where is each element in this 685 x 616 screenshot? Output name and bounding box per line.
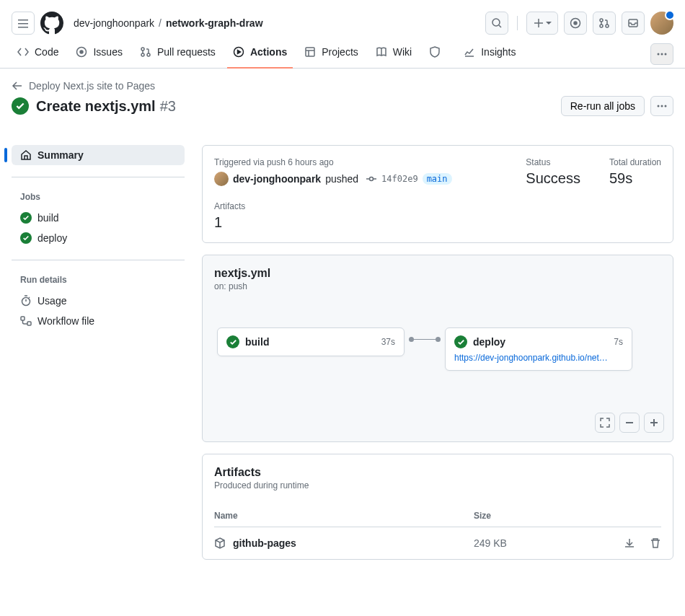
sidebar-job-label: build: [37, 212, 59, 224]
sidebar-job-build[interactable]: build: [12, 208, 185, 228]
artifact-name-link[interactable]: github-pages: [233, 537, 296, 549]
run-actions-menu-button[interactable]: [650, 96, 673, 116]
fullscreen-icon: [600, 418, 610, 428]
repo-tabs: Code Issues Pull requests Actions Projec…: [0, 40, 685, 69]
top-bar: dev-jonghoonpark / network-graph-draw: [0, 0, 685, 40]
minus-icon: [624, 418, 635, 428]
job-connector: [412, 339, 438, 340]
code-icon: [17, 46, 29, 58]
git-commit-icon: [366, 173, 377, 185]
workflow-trigger-label: on: push: [214, 281, 661, 291]
branch-badge[interactable]: main: [423, 173, 452, 185]
pushed-text: pushed: [325, 173, 358, 185]
svg-point-16: [658, 105, 660, 107]
status-success-icon: [12, 97, 29, 115]
summary-panel: Triggered via push 6 hours ago dev-jongh…: [202, 145, 673, 243]
svg-rect-23: [626, 422, 633, 423]
artifacts-title: Artifacts: [214, 466, 661, 479]
graph-icon: [464, 46, 475, 58]
tab-actions-label: Actions: [250, 46, 287, 58]
tab-pulls-label: Pull requests: [157, 46, 216, 58]
book-icon: [376, 46, 387, 58]
artifacts-label: Artifacts: [214, 201, 661, 211]
issues-button[interactable]: [564, 12, 587, 35]
breadcrumb: dev-jonghoonpark / network-graph-draw: [74, 17, 263, 29]
deployment-url[interactable]: https://dev-jonghoonpark.github.io/net…: [454, 353, 623, 363]
workflow-graph-panel: nextjs.yml on: push build 37s deploy 7s: [202, 255, 673, 442]
create-new-button[interactable]: [526, 12, 558, 35]
job-node-build[interactable]: build 37s: [217, 327, 405, 356]
artifact-size-header: Size: [474, 511, 589, 521]
svg-point-5: [606, 25, 609, 27]
git-pull-request-icon: [598, 17, 610, 29]
svg-point-15: [665, 53, 667, 56]
sidebar-usage[interactable]: Usage: [12, 291, 185, 311]
tab-projects[interactable]: Projects: [299, 40, 364, 68]
hamburger-menu-button[interactable]: [12, 12, 35, 35]
svg-point-7: [80, 50, 83, 53]
tab-wiki[interactable]: Wiki: [370, 40, 417, 68]
sidebar-summary-label: Summary: [37, 149, 84, 161]
delete-artifact-button[interactable]: [650, 537, 661, 549]
tab-insights-label: Insights: [481, 46, 516, 58]
back-link[interactable]: Deploy Next.js site to Pages: [12, 80, 673, 92]
svg-point-22: [370, 177, 374, 181]
sidebar-divider: [12, 177, 185, 177]
pusher-avatar[interactable]: [214, 172, 229, 186]
back-link-label: Deploy Next.js site to Pages: [29, 80, 155, 92]
tab-insights[interactable]: Insights: [458, 40, 521, 68]
breadcrumb-separator: /: [159, 17, 162, 29]
svg-point-10: [147, 53, 150, 56]
download-artifact-button[interactable]: [624, 537, 635, 549]
svg-point-4: [600, 25, 603, 27]
svg-rect-21: [27, 322, 31, 325]
job-node-time: 37s: [381, 337, 395, 347]
sidebar-job-deploy[interactable]: deploy: [12, 228, 185, 248]
github-logo[interactable]: [40, 12, 63, 35]
rerun-all-jobs-button[interactable]: Re-run all jobs: [561, 96, 645, 116]
search-button[interactable]: [485, 12, 508, 35]
pull-requests-button[interactable]: [593, 12, 616, 35]
inbox-button[interactable]: [622, 12, 645, 35]
svg-rect-20: [21, 317, 25, 320]
arrow-left-icon: [12, 80, 23, 92]
sidebar-workflow-file[interactable]: Workflow file: [12, 311, 185, 331]
job-node-name: deploy: [473, 336, 608, 348]
pusher-link[interactable]: dev-jonghoonpark: [233, 173, 321, 185]
pull-request-icon: [140, 46, 151, 58]
tab-wiki-label: Wiki: [393, 46, 412, 58]
caret-down-icon: [546, 20, 552, 26]
table-icon: [304, 46, 316, 58]
tab-projects-label: Projects: [322, 46, 358, 58]
search-icon: [491, 17, 503, 29]
zoom-in-button[interactable]: [644, 413, 664, 433]
breadcrumb-owner[interactable]: dev-jonghoonpark: [74, 17, 154, 29]
sidebar-summary[interactable]: Summary: [12, 145, 185, 165]
check-icon: [454, 335, 467, 348]
svg-point-14: [661, 53, 663, 56]
svg-rect-25: [650, 422, 658, 423]
svg-point-13: [658, 53, 660, 56]
sidebar-workflow-file-label: Workflow file: [37, 315, 94, 327]
tab-code[interactable]: Code: [12, 40, 64, 68]
tab-actions[interactable]: Actions: [227, 40, 293, 68]
plus-icon: [533, 17, 544, 29]
job-node-deploy[interactable]: deploy 7s https://dev-jonghoonpark.githu…: [445, 327, 632, 371]
zoom-out-button[interactable]: [619, 413, 640, 433]
status-label: Status: [526, 157, 580, 167]
commit-sha-link[interactable]: 14f02e9: [381, 174, 418, 184]
plus-icon: [649, 418, 659, 428]
artifacts-subtitle: Produced during runtime: [214, 480, 661, 490]
workflow-name: nextjs.yml: [214, 267, 661, 280]
duration-label: Total duration: [609, 157, 661, 167]
user-avatar[interactable]: [650, 12, 673, 35]
tabs-overflow-button[interactable]: [650, 43, 673, 65]
page-title: Create nextjs.yml #3: [36, 98, 176, 115]
tab-pulls[interactable]: Pull requests: [134, 40, 221, 68]
run-header: Deploy Next.js site to Pages Create next…: [0, 69, 685, 128]
run-title: Create nextjs.yml: [36, 98, 156, 115]
tab-security[interactable]: [423, 40, 452, 68]
fullscreen-button[interactable]: [595, 413, 615, 433]
breadcrumb-repo[interactable]: network-graph-draw: [166, 17, 263, 29]
tab-issues[interactable]: Issues: [70, 40, 128, 68]
